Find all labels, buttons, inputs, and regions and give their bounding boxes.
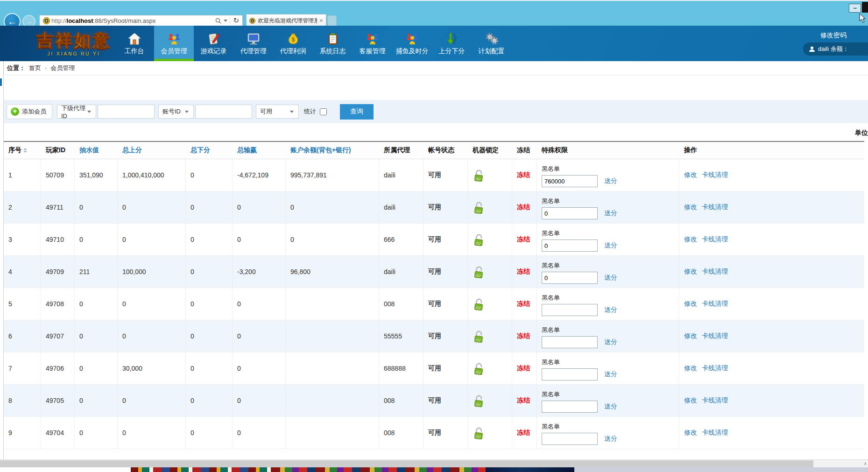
tab-close-icon[interactable]: × <box>319 17 323 24</box>
freeze-link[interactable]: 冻结 <box>517 332 530 340</box>
horizontal-scrollbar[interactable]: › <box>0 459 868 467</box>
column-header-账户余额(背包+银行)[interactable]: 账户余额(背包+银行) <box>286 142 379 159</box>
column-header-总上分[interactable]: 总上分 <box>118 142 186 159</box>
clear-line-link[interactable]: 卡线清理 <box>702 300 728 308</box>
url-bar[interactable]: http://localhost:88/SysRoot/main.aspx ↻ <box>39 15 243 26</box>
breadcrumb-home-link[interactable]: 首页 <box>29 64 41 72</box>
edit-link[interactable]: 修改 <box>684 332 697 340</box>
url-dropdown-icon[interactable] <box>224 20 227 22</box>
query-button[interactable]: 查询 <box>340 104 374 120</box>
clear-line-link[interactable]: 卡线清理 <box>702 203 728 211</box>
maximize-button[interactable] <box>862 2 868 13</box>
blacklist-input[interactable] <box>542 368 598 380</box>
unlocked-padlock-icon[interactable] <box>473 233 484 247</box>
clear-line-link[interactable]: 卡线清理 <box>702 332 728 340</box>
freeze-link[interactable]: 冻结 <box>517 429 530 437</box>
blacklist-input[interactable] <box>542 272 598 284</box>
add-member-label: 添加会员 <box>22 107 46 116</box>
scrollbar-thumb[interactable] <box>0 460 813 467</box>
unlocked-padlock-icon[interactable] <box>473 330 484 343</box>
clear-line-link[interactable]: 卡线清理 <box>702 268 728 276</box>
sub-agent-id-input[interactable] <box>98 105 155 119</box>
unlocked-padlock-icon[interactable] <box>473 394 484 408</box>
send-score-link[interactable]: 送分 <box>604 370 617 379</box>
change-password-link[interactable]: 修改密码 <box>820 31 847 40</box>
blacklist-input[interactable] <box>542 433 598 445</box>
minimize-button[interactable]: – <box>849 4 861 13</box>
add-member-button[interactable]: + 添加会员 <box>7 104 52 119</box>
status-select[interactable]: 可用 <box>256 105 299 119</box>
search-icon[interactable] <box>215 18 221 24</box>
freeze-link[interactable]: 冻结 <box>517 235 530 244</box>
clear-line-link[interactable]: 卡线清理 <box>702 171 728 179</box>
freeze-link[interactable]: 冻结 <box>517 396 530 405</box>
column-header-总输赢[interactable]: 总输赢 <box>233 142 286 159</box>
freeze-link[interactable]: 冻结 <box>517 171 530 179</box>
edit-link[interactable]: 修改 <box>684 203 697 211</box>
send-score-link[interactable]: 送分 <box>604 209 617 218</box>
clear-line-link[interactable]: 卡线清理 <box>702 235 728 244</box>
unlocked-padlock-icon[interactable] <box>473 297 484 311</box>
new-tab-button[interactable] <box>327 15 337 27</box>
nav-item-计划配置[interactable]: 计划配置 <box>472 26 511 61</box>
stats-checkbox[interactable] <box>320 108 327 115</box>
edit-link[interactable]: 修改 <box>684 396 697 405</box>
blacklist-input[interactable] <box>542 304 598 316</box>
edit-link[interactable]: 修改 <box>684 235 697 244</box>
send-score-link[interactable]: 送分 <box>604 241 617 250</box>
freeze-link[interactable]: 冻结 <box>517 300 530 308</box>
edit-link[interactable]: 修改 <box>684 300 697 308</box>
blacklist-label: 黑名单 <box>542 229 560 238</box>
column-header-抽水值[interactable]: 抽水值 <box>75 142 118 159</box>
nav-item-代理管理[interactable]: 代理管理 <box>233 26 273 61</box>
send-score-link[interactable]: 送分 <box>604 435 617 443</box>
scroll-right-arrow-icon[interactable]: › <box>864 460 866 467</box>
freeze-link[interactable]: 冻结 <box>517 203 530 211</box>
clear-line-link[interactable]: 卡线清理 <box>702 396 728 405</box>
blacklist-input[interactable] <box>542 240 598 252</box>
account-id-select[interactable]: 账号ID <box>158 105 194 119</box>
edit-link[interactable]: 修改 <box>684 364 697 373</box>
refresh-icon[interactable]: ↻ <box>233 16 239 25</box>
nav-item-系统日志[interactable]: 系统日志 <box>313 26 353 61</box>
sub-agent-id-select[interactable]: 下级代理ID <box>57 105 96 119</box>
nav-item-工作台[interactable]: 工作台 <box>114 26 154 61</box>
nav-item-label: 代理管理 <box>240 47 267 56</box>
unlocked-padlock-icon[interactable] <box>473 426 484 440</box>
blacklist-input[interactable] <box>542 207 598 219</box>
send-score-link[interactable]: 送分 <box>604 306 617 314</box>
edit-link[interactable]: 修改 <box>684 268 697 276</box>
user-balance-badge[interactable]: daili 余额： <box>803 42 868 56</box>
freeze-link[interactable]: 冻结 <box>517 268 530 276</box>
nav-item-上分下分[interactable]: 上分下分 <box>432 26 472 61</box>
blacklist-input[interactable] <box>542 401 598 413</box>
edit-link[interactable]: 修改 <box>684 171 697 179</box>
freeze-link[interactable]: 冻结 <box>517 364 530 373</box>
nav-item-游戏记录[interactable]: 游戏记录 <box>194 26 233 61</box>
column-header-label: 总下分 <box>191 146 210 155</box>
sort-icon[interactable] <box>23 148 27 153</box>
nav-item-捕鱼及时分[interactable]: 捕鱼及时分 <box>392 26 432 61</box>
blacklist-input[interactable] <box>542 175 598 187</box>
nav-item-客服管理[interactable]: 客服管理 <box>353 26 392 61</box>
blacklist-input[interactable] <box>542 336 598 348</box>
browser-tab[interactable]: 欢迎光临游戏代理管理系统 × <box>246 14 326 27</box>
clear-line-link[interactable]: 卡线清理 <box>702 429 728 437</box>
unlocked-padlock-icon[interactable] <box>473 362 484 375</box>
send-score-link[interactable]: 送分 <box>604 177 617 185</box>
unlocked-padlock-icon[interactable] <box>473 169 484 182</box>
unlocked-padlock-icon[interactable] <box>473 265 484 279</box>
column-header-总下分[interactable]: 总下分 <box>186 142 233 159</box>
account-id-input[interactable] <box>195 105 252 119</box>
send-score-link[interactable]: 送分 <box>604 402 617 411</box>
nav-item-会员管理[interactable]: 会员管理 <box>154 26 194 61</box>
nav-item-代理利润[interactable]: $代理利润 <box>273 26 313 61</box>
send-score-link[interactable]: 送分 <box>604 338 617 346</box>
send-score-link[interactable]: 送分 <box>604 274 617 282</box>
unlocked-padlock-icon[interactable] <box>473 201 484 214</box>
edit-link[interactable]: 修改 <box>684 429 697 437</box>
clear-line-link[interactable]: 卡线清理 <box>702 364 728 373</box>
url-text: http://localhost:88/SysRoot/main.aspx <box>51 17 214 24</box>
background-window-strip[interactable] <box>0 467 868 472</box>
cell-pump: 0 <box>75 191 118 223</box>
